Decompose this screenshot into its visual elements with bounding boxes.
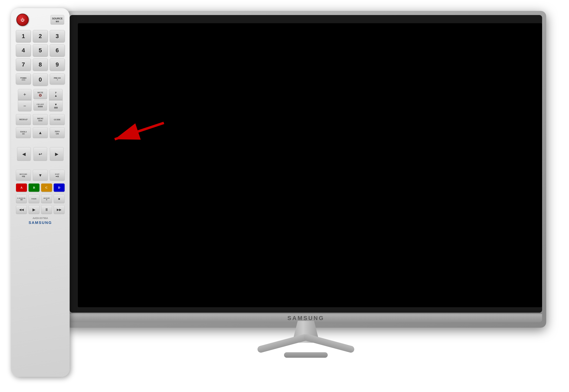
button-0[interactable]: 0 — [33, 73, 48, 86]
button-d[interactable]: D — [54, 183, 65, 192]
enter-icon: ↩ — [39, 152, 42, 156]
button-5[interactable]: 5 — [33, 44, 48, 56]
channel-up-button[interactable]: P ▲ — [49, 89, 63, 100]
button-c[interactable]: C — [41, 183, 52, 192]
volume-up-button[interactable]: + — [18, 89, 31, 100]
button-a[interactable]: A — [16, 183, 27, 192]
ch-list-button[interactable]: CH LIST ⊟⊟⊟ — [33, 100, 47, 111]
pre-ch-label: PRE-CH — [54, 77, 61, 79]
button-c-label: C — [45, 186, 48, 189]
return-icon: ↺⊟ — [22, 175, 25, 178]
tv-bezel — [70, 15, 542, 313]
ch-down-label: ⊟⊟ — [54, 106, 58, 109]
down-button[interactable]: ▼ — [33, 170, 48, 181]
stop-icon: ■ — [58, 197, 60, 201]
tools-button[interactable]: TOOLS ⊡⊡ — [16, 127, 31, 138]
stop-button[interactable]: ■ — [54, 195, 65, 203]
ch-down-icon: ▼ — [54, 103, 57, 106]
media-p-button[interactable]: MEDIA.P — [16, 114, 31, 125]
tools-label: TOOLS — [20, 131, 27, 133]
number-grid: 1 2 3 4 5 6 7 8 9 — [16, 30, 65, 71]
mute-chlist-block: MUTE 🔇 CH LIST ⊟⊟⊟ — [33, 89, 47, 112]
power-icon: ⏻ — [21, 18, 25, 22]
ch-up-label: P — [55, 91, 56, 94]
channel-down-button[interactable]: ▼ ⊟⊟ — [49, 100, 63, 112]
pre-ch-button[interactable]: PRE-CH ↺ — [50, 73, 65, 84]
tti-mix-button[interactable]: TTI/MIX ⊡⊡⊡ — [16, 73, 31, 84]
info-icon: ⓘ⊟ — [56, 133, 59, 135]
source-icon: ⊞⊟ — [56, 20, 59, 23]
e-manual-button[interactable]: E-MANUAL ⊟⊟ — [16, 195, 27, 203]
up-icon: ▲ — [38, 130, 42, 135]
button-1[interactable]: 1 — [16, 30, 31, 42]
tv-screen — [78, 23, 542, 307]
button-4[interactable]: 4 — [16, 44, 31, 56]
tv-stand — [257, 321, 355, 367]
red-arrow — [71, 119, 167, 146]
pre-ch-icon: ↺ — [57, 79, 58, 81]
channel-block: P ▲ ▼ ⊟⊟ — [49, 89, 63, 112]
exit-label: EXIT — [55, 173, 59, 175]
tools-icon: ⊡⊡ — [22, 133, 25, 135]
p-size-button[interactable]: P.SIZE — [28, 195, 40, 203]
stand-base-left — [257, 334, 309, 353]
special-row: TTI/MIX ⊡⊡⊡ 0 PRE-CH ↺ — [16, 73, 65, 86]
mute-button[interactable]: MUTE 🔇 — [33, 89, 47, 99]
button-8[interactable]: 8 — [33, 58, 48, 71]
right-icon: ▶ — [55, 151, 58, 157]
mute-label: MUTE — [37, 92, 43, 94]
tools-up-info-row: TOOLS ⊡⊡ ▲ INFO ⓘ⊟ — [16, 127, 65, 138]
vol-down-icon: − — [23, 103, 26, 109]
exit-button[interactable]: EXIT ⬅⊟ — [50, 170, 65, 181]
guide-label: GUIDE — [54, 119, 60, 121]
tti-mix-icon: ⊡⊡⊡ — [22, 79, 25, 81]
left-icon: ◀ — [22, 151, 26, 157]
p-size-label: P.SIZE — [31, 198, 37, 200]
button-7[interactable]: 7 — [16, 58, 31, 71]
button-9[interactable]: 9 — [50, 58, 65, 71]
rewind-icon: ◀◀ — [19, 208, 24, 211]
exit-icon: ⬅⊟ — [56, 175, 59, 178]
up-button[interactable]: ▲ — [33, 127, 48, 138]
stand-base-right — [303, 334, 355, 353]
info-label: INFO — [55, 130, 60, 133]
return-button[interactable]: RETURN ↺⊟ — [16, 170, 31, 181]
button-6[interactable]: 6 — [50, 44, 65, 56]
info-button[interactable]: INFO ⓘ⊟ — [50, 127, 65, 138]
button-3[interactable]: 3 — [50, 30, 65, 42]
media-menu-guide-row: MEDIA.P MENU ⊟⊟⊟ GUIDE — [16, 114, 65, 125]
button-b[interactable]: B — [28, 183, 40, 192]
ch-list-label: CH LIST — [37, 103, 44, 105]
tv-brand-logo: SAMSUNG — [287, 315, 324, 322]
dpad: ◀ ↩ ▶ — [17, 140, 64, 168]
vol-ch-section: + − MUTE 🔇 CH LIST ⊟⊟⊟ — [14, 89, 67, 112]
button-2[interactable]: 2 — [33, 30, 48, 42]
right-button[interactable]: ▶ — [50, 147, 64, 161]
ad-subt-button[interactable]: AD/SUBT ⊟ — [41, 195, 52, 203]
guide-button[interactable]: GUIDE — [50, 114, 65, 125]
tti-mix-label: TTI/MIX — [20, 77, 27, 79]
ad-subt-icon: ⊟ — [46, 199, 47, 200]
source-button[interactable]: SOURCE ⊞⊟ — [51, 15, 64, 25]
mute-icon: 🔇 — [39, 94, 42, 97]
left-button[interactable]: ◀ — [17, 147, 31, 161]
power-button[interactable]: ⏻ — [16, 14, 29, 26]
source-label: SOURCE — [52, 17, 63, 20]
volume-down-button[interactable]: − — [18, 100, 31, 112]
remote-brand-logo: SAMSUNG — [28, 221, 52, 225]
return-label: RETURN — [20, 173, 27, 175]
remote-control: ⏻ SOURCE ⊞⊟ 1 2 3 4 5 6 7 8 9 TTI/MIX ⊡⊡… — [11, 8, 70, 377]
ch-up-icon: ▲ — [54, 94, 57, 98]
pause-icon: ⏸ — [45, 207, 48, 212]
forward-button[interactable]: ▶▶ — [54, 205, 65, 214]
rewind-button[interactable]: ◀◀ — [16, 205, 27, 214]
extra-row-1: E-MANUAL ⊟⊟ P.SIZE AD/SUBT ⊟ ■ — [16, 195, 65, 203]
pause-button[interactable]: ⏸ — [41, 205, 52, 214]
color-buttons-row: A B C D — [16, 183, 65, 192]
play-button[interactable]: ▶ — [28, 205, 40, 214]
vol-up-icon: + — [23, 92, 26, 97]
enter-button[interactable]: ↩ — [33, 147, 47, 161]
down-icon: ▼ — [38, 173, 42, 178]
menu-button[interactable]: MENU ⊟⊟⊟ — [33, 114, 48, 125]
ch-list-icon: ⊟⊟⊟ — [38, 105, 43, 108]
